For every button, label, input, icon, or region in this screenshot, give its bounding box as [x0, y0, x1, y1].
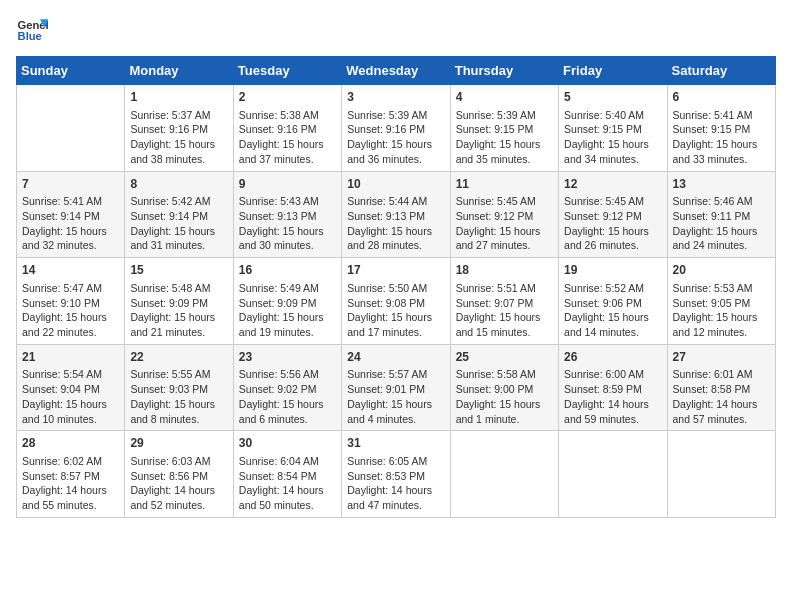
calendar-cell: 9Sunrise: 5:43 AM Sunset: 9:13 PM Daylig… — [233, 171, 341, 258]
day-number: 7 — [22, 176, 119, 193]
calendar-cell: 31Sunrise: 6:05 AM Sunset: 8:53 PM Dayli… — [342, 431, 450, 518]
day-info: Sunrise: 5:50 AM Sunset: 9:08 PM Dayligh… — [347, 281, 444, 340]
header-tuesday: Tuesday — [233, 57, 341, 85]
calendar-cell: 18Sunrise: 5:51 AM Sunset: 9:07 PM Dayli… — [450, 258, 558, 345]
day-info: Sunrise: 5:37 AM Sunset: 9:16 PM Dayligh… — [130, 108, 227, 167]
day-info: Sunrise: 5:46 AM Sunset: 9:11 PM Dayligh… — [673, 194, 770, 253]
calendar-cell: 10Sunrise: 5:44 AM Sunset: 9:13 PM Dayli… — [342, 171, 450, 258]
calendar-header-row: SundayMondayTuesdayWednesdayThursdayFrid… — [17, 57, 776, 85]
day-info: Sunrise: 5:38 AM Sunset: 9:16 PM Dayligh… — [239, 108, 336, 167]
day-info: Sunrise: 5:39 AM Sunset: 9:15 PM Dayligh… — [456, 108, 553, 167]
day-number: 4 — [456, 89, 553, 106]
calendar-cell: 21Sunrise: 5:54 AM Sunset: 9:04 PM Dayli… — [17, 344, 125, 431]
calendar-cell: 22Sunrise: 5:55 AM Sunset: 9:03 PM Dayli… — [125, 344, 233, 431]
calendar-week-5: 28Sunrise: 6:02 AM Sunset: 8:57 PM Dayli… — [17, 431, 776, 518]
day-info: Sunrise: 5:43 AM Sunset: 9:13 PM Dayligh… — [239, 194, 336, 253]
day-number: 2 — [239, 89, 336, 106]
logo-icon: General Blue — [16, 16, 48, 44]
day-number: 25 — [456, 349, 553, 366]
calendar-cell: 15Sunrise: 5:48 AM Sunset: 9:09 PM Dayli… — [125, 258, 233, 345]
header-saturday: Saturday — [667, 57, 775, 85]
day-number: 19 — [564, 262, 661, 279]
calendar-cell: 8Sunrise: 5:42 AM Sunset: 9:14 PM Daylig… — [125, 171, 233, 258]
calendar-cell — [17, 85, 125, 172]
day-number: 12 — [564, 176, 661, 193]
day-info: Sunrise: 6:03 AM Sunset: 8:56 PM Dayligh… — [130, 454, 227, 513]
day-info: Sunrise: 5:41 AM Sunset: 9:14 PM Dayligh… — [22, 194, 119, 253]
day-number: 11 — [456, 176, 553, 193]
calendar-cell: 19Sunrise: 5:52 AM Sunset: 9:06 PM Dayli… — [559, 258, 667, 345]
day-number: 13 — [673, 176, 770, 193]
calendar-cell: 1Sunrise: 5:37 AM Sunset: 9:16 PM Daylig… — [125, 85, 233, 172]
calendar-cell: 30Sunrise: 6:04 AM Sunset: 8:54 PM Dayli… — [233, 431, 341, 518]
day-info: Sunrise: 6:00 AM Sunset: 8:59 PM Dayligh… — [564, 367, 661, 426]
day-info: Sunrise: 5:52 AM Sunset: 9:06 PM Dayligh… — [564, 281, 661, 340]
calendar-cell: 24Sunrise: 5:57 AM Sunset: 9:01 PM Dayli… — [342, 344, 450, 431]
day-number: 27 — [673, 349, 770, 366]
svg-text:Blue: Blue — [18, 30, 42, 42]
day-number: 29 — [130, 435, 227, 452]
calendar-cell: 16Sunrise: 5:49 AM Sunset: 9:09 PM Dayli… — [233, 258, 341, 345]
calendar-cell: 23Sunrise: 5:56 AM Sunset: 9:02 PM Dayli… — [233, 344, 341, 431]
calendar-cell: 27Sunrise: 6:01 AM Sunset: 8:58 PM Dayli… — [667, 344, 775, 431]
calendar-cell: 6Sunrise: 5:41 AM Sunset: 9:15 PM Daylig… — [667, 85, 775, 172]
day-info: Sunrise: 5:45 AM Sunset: 9:12 PM Dayligh… — [564, 194, 661, 253]
calendar-cell: 20Sunrise: 5:53 AM Sunset: 9:05 PM Dayli… — [667, 258, 775, 345]
calendar-cell: 7Sunrise: 5:41 AM Sunset: 9:14 PM Daylig… — [17, 171, 125, 258]
calendar-cell: 11Sunrise: 5:45 AM Sunset: 9:12 PM Dayli… — [450, 171, 558, 258]
calendar-table: SundayMondayTuesdayWednesdayThursdayFrid… — [16, 56, 776, 518]
calendar-week-4: 21Sunrise: 5:54 AM Sunset: 9:04 PM Dayli… — [17, 344, 776, 431]
day-number: 14 — [22, 262, 119, 279]
calendar-cell: 29Sunrise: 6:03 AM Sunset: 8:56 PM Dayli… — [125, 431, 233, 518]
header-wednesday: Wednesday — [342, 57, 450, 85]
calendar-cell: 12Sunrise: 5:45 AM Sunset: 9:12 PM Dayli… — [559, 171, 667, 258]
day-number: 8 — [130, 176, 227, 193]
day-number: 16 — [239, 262, 336, 279]
page-header: General Blue — [16, 16, 776, 44]
day-info: Sunrise: 5:58 AM Sunset: 9:00 PM Dayligh… — [456, 367, 553, 426]
day-info: Sunrise: 5:41 AM Sunset: 9:15 PM Dayligh… — [673, 108, 770, 167]
day-number: 17 — [347, 262, 444, 279]
calendar-cell: 25Sunrise: 5:58 AM Sunset: 9:00 PM Dayli… — [450, 344, 558, 431]
calendar-cell: 14Sunrise: 5:47 AM Sunset: 9:10 PM Dayli… — [17, 258, 125, 345]
header-sunday: Sunday — [17, 57, 125, 85]
day-info: Sunrise: 6:05 AM Sunset: 8:53 PM Dayligh… — [347, 454, 444, 513]
day-info: Sunrise: 6:02 AM Sunset: 8:57 PM Dayligh… — [22, 454, 119, 513]
header-thursday: Thursday — [450, 57, 558, 85]
day-info: Sunrise: 6:01 AM Sunset: 8:58 PM Dayligh… — [673, 367, 770, 426]
day-info: Sunrise: 5:39 AM Sunset: 9:16 PM Dayligh… — [347, 108, 444, 167]
calendar-cell — [667, 431, 775, 518]
day-info: Sunrise: 5:42 AM Sunset: 9:14 PM Dayligh… — [130, 194, 227, 253]
day-number: 30 — [239, 435, 336, 452]
calendar-cell: 28Sunrise: 6:02 AM Sunset: 8:57 PM Dayli… — [17, 431, 125, 518]
day-info: Sunrise: 5:49 AM Sunset: 9:09 PM Dayligh… — [239, 281, 336, 340]
day-info: Sunrise: 5:44 AM Sunset: 9:13 PM Dayligh… — [347, 194, 444, 253]
day-info: Sunrise: 6:04 AM Sunset: 8:54 PM Dayligh… — [239, 454, 336, 513]
calendar-cell: 4Sunrise: 5:39 AM Sunset: 9:15 PM Daylig… — [450, 85, 558, 172]
day-info: Sunrise: 5:56 AM Sunset: 9:02 PM Dayligh… — [239, 367, 336, 426]
day-info: Sunrise: 5:40 AM Sunset: 9:15 PM Dayligh… — [564, 108, 661, 167]
day-info: Sunrise: 5:48 AM Sunset: 9:09 PM Dayligh… — [130, 281, 227, 340]
day-info: Sunrise: 5:57 AM Sunset: 9:01 PM Dayligh… — [347, 367, 444, 426]
calendar-cell — [559, 431, 667, 518]
calendar-cell: 17Sunrise: 5:50 AM Sunset: 9:08 PM Dayli… — [342, 258, 450, 345]
day-number: 28 — [22, 435, 119, 452]
header-monday: Monday — [125, 57, 233, 85]
calendar-week-1: 1Sunrise: 5:37 AM Sunset: 9:16 PM Daylig… — [17, 85, 776, 172]
day-number: 26 — [564, 349, 661, 366]
day-number: 6 — [673, 89, 770, 106]
day-number: 1 — [130, 89, 227, 106]
day-info: Sunrise: 5:54 AM Sunset: 9:04 PM Dayligh… — [22, 367, 119, 426]
calendar-cell: 26Sunrise: 6:00 AM Sunset: 8:59 PM Dayli… — [559, 344, 667, 431]
day-number: 31 — [347, 435, 444, 452]
day-number: 5 — [564, 89, 661, 106]
day-number: 23 — [239, 349, 336, 366]
day-number: 3 — [347, 89, 444, 106]
calendar-week-2: 7Sunrise: 5:41 AM Sunset: 9:14 PM Daylig… — [17, 171, 776, 258]
calendar-week-3: 14Sunrise: 5:47 AM Sunset: 9:10 PM Dayli… — [17, 258, 776, 345]
calendar-cell: 3Sunrise: 5:39 AM Sunset: 9:16 PM Daylig… — [342, 85, 450, 172]
day-number: 21 — [22, 349, 119, 366]
day-number: 15 — [130, 262, 227, 279]
day-number: 10 — [347, 176, 444, 193]
day-info: Sunrise: 5:51 AM Sunset: 9:07 PM Dayligh… — [456, 281, 553, 340]
